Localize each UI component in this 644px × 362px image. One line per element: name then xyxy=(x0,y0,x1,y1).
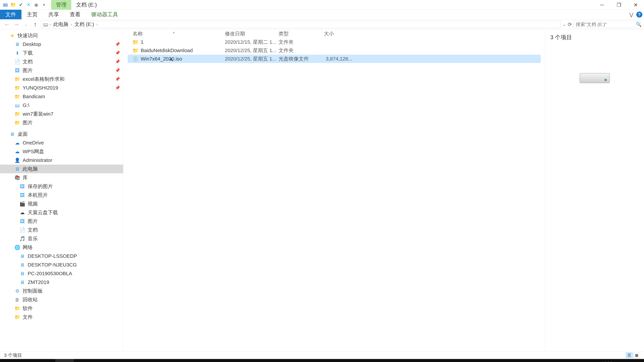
tree-control-panel[interactable]: ⚙控制面板 xyxy=(0,287,123,295)
folder-icon: 📁 xyxy=(133,39,138,45)
breadcrumb-this-pc[interactable]: 此电脑 xyxy=(52,21,70,28)
tree-lib-videos[interactable]: 🎬视频 xyxy=(0,199,123,208)
document-icon: 📄 xyxy=(19,227,25,233)
file-size: 3,874,126... xyxy=(324,56,354,62)
file-row[interactable]: 📁BaiduNetdiskDownload 2020/12/25, 星期五 1.… xyxy=(128,46,541,55)
search-box[interactable]: 🔍 xyxy=(574,21,641,28)
tree-label: 网络 xyxy=(23,244,33,251)
tree-wps[interactable]: ☁WPS网盘 xyxy=(0,147,123,156)
qat-check-icon[interactable]: ✔ xyxy=(18,1,24,8)
column-header-date[interactable]: 修改日期 xyxy=(225,30,278,37)
nav-recent-dropdown[interactable]: ⌄ xyxy=(22,21,30,28)
tree-label: 音乐 xyxy=(28,235,38,242)
refresh-icon[interactable]: ⟳ xyxy=(568,21,572,27)
folder-icon: 📁 xyxy=(14,305,20,311)
nav-up-button[interactable]: ↑ xyxy=(32,21,39,28)
tree-recent-gdrive[interactable]: 🖴G:\ xyxy=(0,101,123,110)
drive-preview-icon xyxy=(580,68,610,83)
start-button[interactable] xyxy=(0,359,18,362)
view-details-button[interactable]: ☰ xyxy=(626,353,632,358)
column-header-type[interactable]: 类型 xyxy=(278,30,324,37)
iso-icon: 💿 xyxy=(133,56,138,61)
tree-pinned-pictures[interactable]: 🖼图片📌 xyxy=(0,66,123,75)
app-icon[interactable] xyxy=(2,1,9,8)
tree-label: 保存的图片 xyxy=(28,183,53,190)
cloud-icon: ☁ xyxy=(19,210,25,216)
tree-lib-tianyi[interactable]: ☁天翼云盘下载 xyxy=(0,208,123,217)
minimize-button[interactable]: ─ xyxy=(594,0,610,10)
search-icon[interactable]: 🔍 xyxy=(636,22,642,27)
ribbon-tab-share[interactable]: 共享 xyxy=(43,10,64,19)
view-mode-toggles: ☰ ▦ xyxy=(626,353,640,358)
file-list[interactable]: 名称▴ 修改日期 类型 大小 📁1 2020/12/15, 星期二 1... 文… xyxy=(123,29,545,351)
tree-pinned-yunqishi[interactable]: 📁YUNQISHI2019📌 xyxy=(0,83,123,92)
chevron-right-icon[interactable]: › xyxy=(71,22,72,27)
tree-software[interactable]: 📁软件 xyxy=(0,304,123,313)
taskbar-explorer[interactable]: 📁 xyxy=(55,359,74,362)
ribbon-tab-view[interactable]: 查看 xyxy=(64,10,86,19)
tree-lib-saved-pics[interactable]: 🖼保存的图片 xyxy=(0,182,123,191)
qat-dropdown-icon[interactable]: ▾ xyxy=(40,1,47,8)
help-icon[interactable]: ? xyxy=(636,11,642,17)
breadcrumb-drive[interactable]: 文档 (E:) xyxy=(74,21,95,28)
tree-this-pc[interactable]: 🖥此电脑 xyxy=(0,165,123,173)
address-dropdown-icon[interactable]: ⌄ xyxy=(563,22,566,27)
nav-forward-button[interactable]: → xyxy=(13,21,20,28)
breadcrumb-bar[interactable]: 🖴 › 此电脑 › 文档 (E:) › xyxy=(41,21,561,28)
tree-net-pc[interactable]: 🖥DESKTOP-NJEU3CG xyxy=(0,260,123,269)
tree-desktop-root[interactable]: 🖥桌面 xyxy=(0,130,123,138)
ribbon-tab-home[interactable]: 主页 xyxy=(22,10,43,19)
tree-lib-pictures[interactable]: 🖼图片 xyxy=(0,217,123,226)
tree-pinned-downloads[interactable]: ⬇下载📌 xyxy=(0,49,123,57)
ribbon-tab-drive-tools[interactable]: 驱动器工具 xyxy=(86,10,124,19)
tree-lib-local-pics[interactable]: 🖼本机照片 xyxy=(0,191,123,199)
tree-recent-bandicam[interactable]: 📁Bandicam xyxy=(0,92,123,101)
ribbon-expand-icon[interactable]: ⋁ xyxy=(630,12,633,17)
tree-lib-documents[interactable]: 📄文档 xyxy=(0,226,123,234)
tree-pinned-documents[interactable]: 📄文档📌 xyxy=(0,57,123,66)
task-view-button[interactable]: ⊞ xyxy=(37,359,55,362)
tree-onedrive[interactable]: ☁OneDrive xyxy=(0,138,123,147)
tree-label: OneDrive xyxy=(23,140,44,146)
tree-label: 图片 xyxy=(28,218,38,225)
column-header-name[interactable]: 名称▴ xyxy=(128,30,225,37)
tree-net-pc[interactable]: 🖥DESKTOP-LSSOEDP xyxy=(0,252,123,260)
window-controls: ─ ❐ ✕ xyxy=(594,0,644,10)
search-input[interactable] xyxy=(576,22,636,27)
maximize-button[interactable]: ❐ xyxy=(610,0,627,10)
qat-config-icon[interactable]: ◉ xyxy=(33,1,40,8)
tree-pinned-desktop[interactable]: 🖥Desktop📌 xyxy=(0,40,123,49)
file-row-selected[interactable]: 💿Win7x64_2020.iso 2020/12/25, 星期五 1... 光… xyxy=(128,55,541,63)
status-bar: 3 个项目 ☰ ▦ xyxy=(0,351,644,359)
nav-back-button[interactable]: ← xyxy=(3,21,11,28)
tree-label: 库 xyxy=(23,174,28,181)
tree-net-pc[interactable]: 🖥ZMT2019 xyxy=(0,278,123,287)
navigation-pane[interactable]: ★ 快速访问 🖥Desktop📌 ⬇下载📌 📄文档📌 🖼图片📌 📁excel表格… xyxy=(0,29,123,351)
ribbon-tab-file[interactable]: 文件 xyxy=(0,10,22,19)
taskbar-clock[interactable]: 16:32 2020/12/25, 星期五 xyxy=(585,361,628,362)
contextual-tab-manage[interactable]: 管理 xyxy=(51,0,71,10)
tree-net-pc[interactable]: 🖥PC-20190530OBLA xyxy=(0,269,123,278)
tree-administrator[interactable]: 👤Administrator xyxy=(0,156,123,165)
file-row[interactable]: 📁1 2020/12/15, 星期二 1... 文件夹 xyxy=(128,38,541,46)
close-button[interactable]: ✕ xyxy=(627,0,644,10)
tree-recent-pictures[interactable]: 📁图片 xyxy=(0,118,123,127)
chevron-right-icon[interactable]: › xyxy=(50,22,51,27)
tree-lib-music[interactable]: 🎵音乐 xyxy=(0,234,123,243)
tree-pinned-excel[interactable]: 📁excel表格制作求和📌 xyxy=(0,75,123,83)
tree-recent-win7[interactable]: 📁win7重装win7 xyxy=(0,110,123,118)
tree-libraries[interactable]: 📚库 xyxy=(0,173,123,182)
tree-network[interactable]: 🌐网络 xyxy=(0,243,123,252)
search-button[interactable]: 🔍 xyxy=(18,359,37,362)
view-thumbnails-button[interactable]: ▦ xyxy=(633,353,640,358)
column-header-size[interactable]: 大小 xyxy=(324,30,354,37)
qat-close-icon[interactable]: ✕ xyxy=(25,1,32,8)
pin-icon: 📌 xyxy=(115,77,120,81)
qat-folder-icon[interactable]: 📁 xyxy=(10,1,16,8)
chevron-right-icon[interactable]: › xyxy=(96,22,98,27)
tree-files[interactable]: 📁文件 xyxy=(0,313,123,322)
tree-quick-access[interactable]: ★ 快速访问 xyxy=(0,31,123,40)
tree-recycle-bin[interactable]: 🗑回收站 xyxy=(0,295,123,304)
file-area: 名称▴ 修改日期 类型 大小 📁1 2020/12/15, 星期二 1... 文… xyxy=(123,29,644,351)
network-pc-icon: 🖥 xyxy=(19,262,25,268)
